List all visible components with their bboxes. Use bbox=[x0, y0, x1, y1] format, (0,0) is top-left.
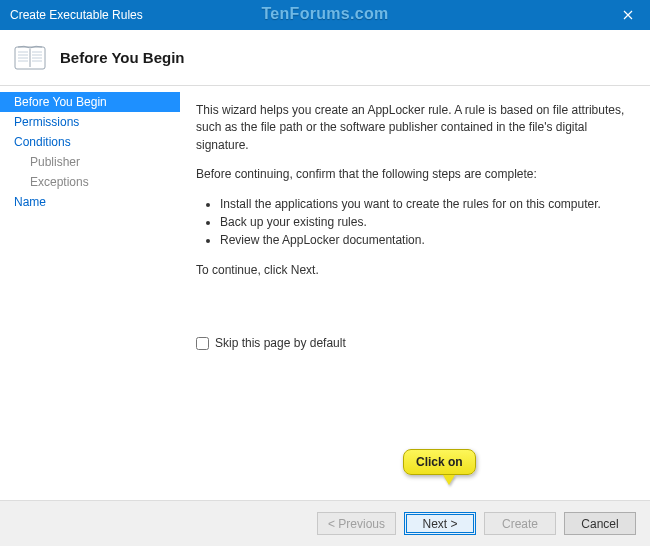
nav-name[interactable]: Name bbox=[0, 192, 180, 212]
skip-page-label: Skip this page by default bbox=[215, 335, 346, 352]
skip-page-row[interactable]: Skip this page by default bbox=[196, 335, 628, 352]
wizard-body: Before You Begin Permissions Conditions … bbox=[0, 86, 650, 500]
nav-before-you-begin[interactable]: Before You Begin bbox=[0, 92, 180, 112]
next-button[interactable]: Next > bbox=[404, 512, 476, 535]
title-bar: Create Executable Rules TenForums.com bbox=[0, 0, 650, 30]
intro-text: This wizard helps you create an AppLocke… bbox=[196, 102, 628, 154]
wizard-content: This wizard helps you create an AppLocke… bbox=[180, 86, 650, 500]
step-item: Install the applications you want to cre… bbox=[220, 196, 628, 213]
cancel-button[interactable]: Cancel bbox=[564, 512, 636, 535]
step-item: Review the AppLocker documentation. bbox=[220, 232, 628, 249]
step-item: Back up your existing rules. bbox=[220, 214, 628, 231]
page-title: Before You Begin bbox=[60, 49, 184, 66]
steps-list: Install the applications you want to cre… bbox=[196, 196, 628, 250]
nav-publisher[interactable]: Publisher bbox=[0, 152, 180, 172]
close-button[interactable] bbox=[605, 0, 650, 30]
previous-button: < Previous bbox=[317, 512, 396, 535]
window-title: Create Executable Rules bbox=[10, 8, 143, 22]
wizard-footer: < Previous Next > Create Cancel bbox=[0, 500, 650, 546]
nav-exceptions[interactable]: Exceptions bbox=[0, 172, 180, 192]
confirm-text: Before continuing, confirm that the foll… bbox=[196, 166, 628, 183]
wizard-header: Before You Begin bbox=[0, 30, 650, 86]
book-icon bbox=[14, 42, 46, 74]
wizard-sidebar: Before You Begin Permissions Conditions … bbox=[0, 86, 180, 500]
nav-conditions[interactable]: Conditions bbox=[0, 132, 180, 152]
continue-text: To continue, click Next. bbox=[196, 262, 628, 279]
nav-permissions[interactable]: Permissions bbox=[0, 112, 180, 132]
skip-page-checkbox[interactable] bbox=[196, 337, 209, 350]
create-button: Create bbox=[484, 512, 556, 535]
